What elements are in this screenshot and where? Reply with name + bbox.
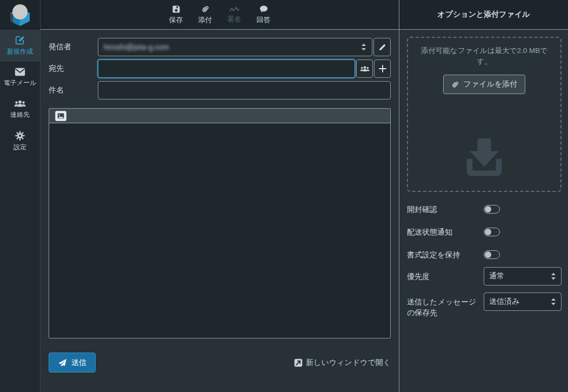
sidebar-item-label: 新規作成 bbox=[7, 47, 33, 56]
save-sent-message-value: 送信済み bbox=[489, 297, 519, 307]
save-sent-message-label: 送信したメッセージの保存先 bbox=[407, 293, 484, 318]
contacts-icon bbox=[14, 99, 26, 108]
compose-form: 発信者 hiroshi@jota-g.com 宛先 bbox=[41, 30, 399, 392]
compose-footer: 送信 新しいウィンドウで開く bbox=[49, 353, 391, 373]
from-address-blurred: hiroshi@jota-g.com bbox=[104, 43, 169, 51]
options-panel-title: オプションと添付ファイル bbox=[399, 0, 568, 30]
toolbar-button-label: 回答 bbox=[257, 15, 271, 25]
external-link-icon bbox=[294, 358, 303, 367]
delivery-status-label: 配送状態通知 bbox=[407, 227, 484, 237]
options-body: 添付可能なファイルは最大で2.0 MBです。 ファイルを添付 bbox=[399, 30, 568, 318]
subject-input[interactable] bbox=[98, 81, 391, 99]
app-sidebar: 新規作成 電子メール 連絡先 bbox=[0, 0, 41, 392]
compose-main: 保存 添付 署名 回答 発信者 hiro bbox=[41, 0, 399, 392]
delivery-status-toggle[interactable] bbox=[484, 228, 500, 236]
add-recipient-field-button[interactable] bbox=[374, 59, 391, 78]
toolbar-button-label: 署名 bbox=[228, 15, 242, 24]
from-select[interactable]: hiroshi@jota-g.com bbox=[98, 38, 372, 56]
keep-formatting-toggle[interactable] bbox=[484, 250, 500, 259]
save-sent-message-select[interactable]: 送信済み bbox=[484, 293, 562, 311]
image-icon bbox=[57, 113, 64, 119]
open-new-window-link[interactable]: 新しいウィンドウで開く bbox=[294, 358, 391, 368]
sidebar-item-settings[interactable]: 設定 bbox=[0, 125, 40, 157]
edit-identity-button[interactable] bbox=[373, 38, 391, 56]
delivery-status-row: 配送状態通知 bbox=[407, 227, 562, 237]
save-button[interactable]: 保存 bbox=[166, 5, 186, 25]
read-receipt-toggle[interactable] bbox=[484, 205, 500, 214]
from-row: 発信者 hiroshi@jota-g.com bbox=[49, 38, 391, 56]
compose-toolbar: 保存 添付 署名 回答 bbox=[41, 0, 399, 30]
sort-arrows-icon bbox=[551, 298, 556, 305]
subject-label: 件名 bbox=[49, 85, 98, 95]
plus-icon bbox=[379, 65, 386, 72]
sidebar-item-label: 設定 bbox=[14, 143, 26, 152]
mail-icon bbox=[15, 68, 25, 76]
keep-formatting-row: 書式設定を保持 bbox=[407, 249, 562, 260]
priority-value: 通常 bbox=[489, 271, 504, 281]
sidebar-item-compose[interactable]: 新規作成 bbox=[0, 30, 40, 62]
download-drop-icon bbox=[460, 135, 509, 181]
save-sent-message-row: 送信したメッセージの保存先 送信済み bbox=[407, 293, 562, 318]
compose-icon bbox=[15, 35, 25, 45]
keep-formatting-label: 書式設定を保持 bbox=[407, 249, 484, 260]
to-row: 宛先 bbox=[49, 59, 391, 78]
sort-arrows-icon bbox=[361, 43, 366, 51]
attach-button[interactable]: 添付 bbox=[195, 4, 216, 25]
sidebar-item-label: 電子メール bbox=[4, 78, 37, 88]
app-logo[interactable] bbox=[0, 0, 40, 30]
paper-plane-icon bbox=[58, 358, 67, 367]
speech-bubble-icon bbox=[259, 5, 268, 14]
priority-label: 優先度 bbox=[407, 267, 484, 282]
read-receipt-label: 開封確認 bbox=[407, 204, 484, 215]
subject-row: 件名 bbox=[49, 81, 391, 99]
sidebar-item-label: 連絡先 bbox=[10, 110, 30, 119]
toolbar-button-label: 添付 bbox=[198, 15, 212, 25]
message-editor bbox=[49, 108, 391, 338]
to-input[interactable] bbox=[98, 59, 355, 78]
send-button-label: 送信 bbox=[71, 358, 86, 368]
options-panel: オプションと添付ファイル 添付可能なファイルは最大で2.0 MBです。 ファイル… bbox=[399, 0, 568, 392]
paperclip-icon bbox=[201, 4, 210, 14]
sidebar-item-mail[interactable]: 電子メール bbox=[0, 62, 40, 94]
priority-select[interactable]: 通常 bbox=[484, 267, 562, 285]
priority-row: 優先度 通常 bbox=[407, 267, 562, 285]
gear-icon bbox=[15, 131, 25, 141]
add-contact-from-addressbook-button[interactable] bbox=[356, 59, 373, 78]
open-new-window-label: 新しいウィンドウで開く bbox=[306, 358, 391, 368]
sidebar-item-contacts[interactable]: 連絡先 bbox=[0, 94, 40, 125]
toolbar-button-label: 保存 bbox=[169, 15, 183, 25]
attachment-size-hint: 添付可能なファイルは最大で2.0 MBです。 bbox=[416, 45, 553, 67]
insert-image-button[interactable] bbox=[55, 111, 66, 121]
read-receipt-row: 開封確認 bbox=[407, 204, 562, 215]
attachment-dropzone[interactable]: 添付可能なファイルは最大で2.0 MBです。 ファイルを添付 bbox=[407, 37, 562, 192]
signature-button[interactable]: 署名 bbox=[224, 5, 245, 24]
signature-icon bbox=[229, 5, 240, 13]
send-button[interactable]: 送信 bbox=[49, 353, 96, 373]
sidebar-nav: 新規作成 電子メール 連絡先 bbox=[0, 30, 40, 157]
attach-file-button[interactable]: ファイルを添付 bbox=[443, 75, 526, 94]
from-label: 発信者 bbox=[49, 42, 98, 52]
attach-file-button-label: ファイルを添付 bbox=[464, 79, 518, 89]
message-body-editor[interactable] bbox=[49, 123, 390, 338]
roundcube-logo-icon bbox=[6, 3, 34, 27]
responses-button[interactable]: 回答 bbox=[253, 5, 274, 25]
to-label: 宛先 bbox=[49, 64, 98, 74]
pencil-icon bbox=[378, 43, 386, 51]
sort-arrows-icon bbox=[551, 273, 556, 280]
editor-toolbar bbox=[49, 109, 390, 123]
users-icon bbox=[360, 65, 370, 72]
save-icon bbox=[172, 5, 181, 14]
paperclip-icon bbox=[451, 80, 459, 89]
